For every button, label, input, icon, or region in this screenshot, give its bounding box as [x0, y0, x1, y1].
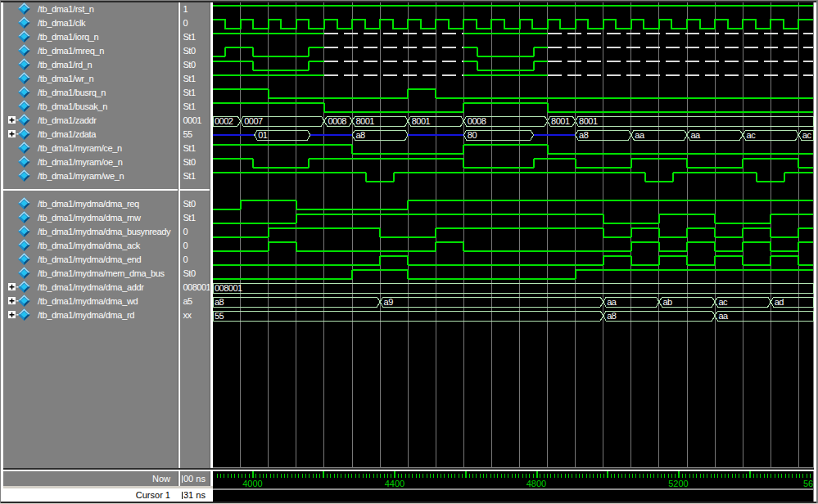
svg-text:8001: 8001 [579, 116, 598, 126]
svg-text:/tb_dma1/mydma/dma_rnw: /tb_dma1/mydma/dma_rnw [38, 213, 141, 223]
svg-text:St0: St0 [183, 46, 196, 56]
svg-text:/tb_dma1/busak_n: /tb_dma1/busak_n [38, 101, 107, 111]
svg-text:xx: xx [183, 310, 192, 320]
svg-text:55: 55 [215, 311, 224, 321]
svg-text:St1: St1 [183, 171, 196, 181]
svg-text:0002: 0002 [215, 116, 233, 126]
svg-text:St1: St1 [183, 74, 196, 83]
svg-text:ad: ad [775, 297, 784, 307]
svg-text:/tb_dma1/busrq_n: /tb_dma1/busrq_n [38, 88, 106, 97]
svg-text:4800: 4800 [527, 479, 546, 488]
svg-text:Cursor 1: Cursor 1 [136, 490, 170, 500]
svg-text:5200: 5200 [668, 479, 688, 488]
svg-text:01: 01 [258, 130, 268, 140]
svg-text:St1: St1 [183, 143, 196, 153]
svg-text:Now: Now [152, 474, 170, 484]
svg-text:0008: 0008 [328, 116, 346, 126]
svg-text:8001: 8001 [356, 116, 375, 126]
svg-text:St1: St1 [183, 213, 196, 223]
svg-text:a8: a8 [579, 130, 589, 140]
svg-text:St0: St0 [183, 268, 196, 278]
svg-text:0: 0 [183, 18, 188, 28]
svg-text:/tb_dma1/mydma/dma_busynready: /tb_dma1/mydma/dma_busynready [38, 227, 171, 236]
svg-text:0007: 0007 [244, 116, 263, 126]
svg-text:ac: ac [719, 297, 729, 307]
svg-text:ac: ac [802, 130, 812, 140]
svg-text:0: 0 [183, 254, 188, 264]
svg-text:/tb_dma1/iorq_n: /tb_dma1/iorq_n [38, 32, 98, 42]
svg-text:/tb_dma1/wr_n: /tb_dma1/wr_n [38, 74, 93, 83]
svg-text:8001: 8001 [412, 116, 431, 126]
svg-text:/tb_dma1/rst_n: /tb_dma1/rst_n [38, 4, 94, 14]
svg-text:008001: 008001 [183, 282, 211, 292]
svg-text:a5: a5 [183, 296, 193, 306]
svg-text:/tb_dma1/mydma/dma_ack: /tb_dma1/mydma/dma_ack [38, 241, 141, 250]
svg-text:/tb_dma1/mydma/dma_rd: /tb_dma1/mydma/dma_rd [38, 310, 134, 320]
svg-text:St0: St0 [183, 199, 196, 209]
svg-text:31 ns: 31 ns [183, 490, 206, 500]
svg-text:/tb_dma1/mydma/dma_addr: /tb_dma1/mydma/dma_addr [38, 282, 144, 292]
svg-text:0001: 0001 [183, 115, 202, 125]
svg-text:/tb_dma1/rd_n: /tb_dma1/rd_n [38, 60, 93, 70]
svg-text:ac: ac [747, 130, 757, 140]
svg-text:1: 1 [183, 4, 188, 14]
svg-text:55: 55 [183, 129, 193, 139]
svg-text:56: 56 [803, 479, 813, 488]
svg-text:a8: a8 [215, 297, 224, 307]
svg-text:80: 80 [468, 130, 477, 140]
svg-text:/tb_dma1/mreq_n: /tb_dma1/mreq_n [38, 46, 104, 56]
svg-text:St0: St0 [183, 60, 196, 70]
svg-text:8001: 8001 [551, 116, 570, 126]
svg-text:0008: 0008 [468, 116, 486, 126]
svg-text:/tb_dma1/myram/oe_n: /tb_dma1/myram/oe_n [38, 157, 123, 167]
svg-text:/tb_dma1/mydma/dma_wd: /tb_dma1/mydma/dma_wd [38, 296, 138, 306]
svg-text:0: 0 [183, 241, 188, 250]
svg-text:a9: a9 [384, 297, 394, 307]
svg-text:St1: St1 [183, 101, 196, 111]
svg-text:/tb_dma1/zdata: /tb_dma1/zdata [38, 129, 97, 139]
svg-text:/tb_dma1/mydma/dma_end: /tb_dma1/mydma/dma_end [38, 254, 141, 264]
svg-text:/tb_dma1/myram/we_n: /tb_dma1/myram/we_n [38, 171, 124, 181]
svg-text:St1: St1 [183, 32, 196, 42]
svg-text:aa: aa [719, 311, 730, 321]
svg-text:4400: 4400 [385, 479, 404, 488]
svg-text:a8: a8 [356, 130, 366, 140]
svg-text:/tb_dma1/mydma/mem_dma_bus: /tb_dma1/mydma/mem_dma_bus [38, 268, 165, 278]
svg-text:4000: 4000 [242, 479, 262, 488]
svg-text:a8: a8 [607, 311, 617, 321]
svg-text:/tb_dma1/mydma/dma_req: /tb_dma1/mydma/dma_req [38, 199, 139, 209]
svg-text:008001: 008001 [215, 283, 242, 293]
svg-text:ab: ab [662, 297, 672, 307]
svg-text:/tb_dma1/myram/ce_n: /tb_dma1/myram/ce_n [38, 143, 122, 153]
svg-text:/tb_dma1/clk: /tb_dma1/clk [38, 18, 86, 28]
svg-text:St0: St0 [183, 157, 196, 167]
svg-text:0: 0 [183, 227, 188, 236]
svg-text:aa: aa [607, 297, 617, 307]
svg-text:/tb_dma1/zaddr: /tb_dma1/zaddr [38, 115, 97, 125]
svg-text:St1: St1 [183, 88, 196, 97]
svg-text:aa: aa [635, 130, 645, 140]
svg-text:aa: aa [691, 130, 702, 140]
svg-text:00 ns: 00 ns [183, 474, 206, 484]
